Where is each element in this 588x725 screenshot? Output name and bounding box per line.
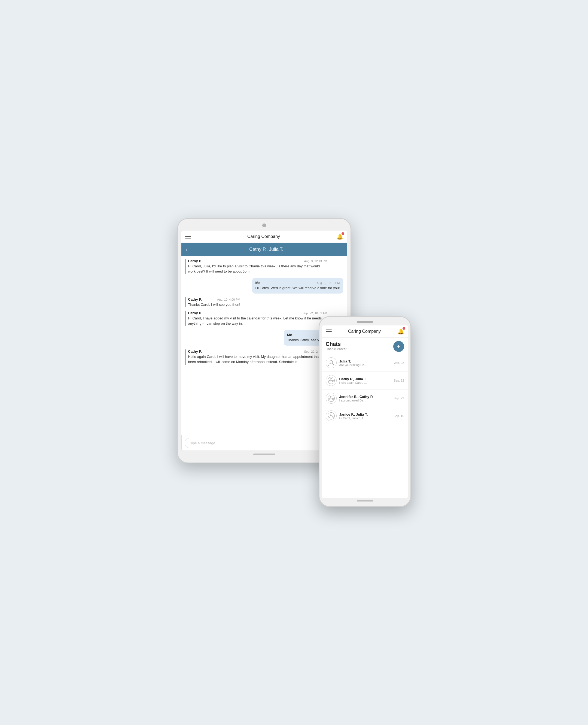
chat-info-chat2: Cathy P., Julia T.Hello again Carol. … xyxy=(339,377,391,384)
chat-list-item-chat3[interactable]: Jennifer B., Cathy P.I accompanied Da…Se… xyxy=(322,389,408,407)
msg-text: Hello again Carol. I will have to move m… xyxy=(188,354,327,365)
chat-title: Cathy P., Julia T. xyxy=(190,247,342,252)
msg-sender: Cathy P. xyxy=(188,297,202,301)
svg-point-11 xyxy=(332,398,334,400)
chat-name-chat3: Jennifer B., Cathy P. xyxy=(339,395,391,399)
chat-preview-chat1: Are you visiting Ch… xyxy=(339,363,392,367)
svg-point-10 xyxy=(329,398,330,400)
message-bubble-msg6: Cathy P.Sep. 22, 2:14 PMHello again Caro… xyxy=(185,349,327,365)
phone-screen: Caring Company 🔔 Chats Charlie Parker + xyxy=(322,325,408,498)
notification-bell-icon[interactable]: 🔔 xyxy=(336,233,343,240)
tablet-app-header: Caring Company 🔔 xyxy=(182,230,347,243)
msg-time: Aug. 3, 12:15 PM xyxy=(317,281,340,285)
message-bubble-msg2: MeAug. 3, 12:15 PMHi Cathy, Wed is great… xyxy=(252,278,343,294)
chat-preview-chat4: Hi Carol, Janice, I … xyxy=(339,417,391,420)
phone-device: Caring Company 🔔 Chats Charlie Parker + xyxy=(319,316,411,507)
menu-icon[interactable] xyxy=(185,235,191,239)
chat-preview-chat3: I accompanied Da… xyxy=(339,399,391,402)
tablet-app-title: Caring Company xyxy=(247,234,280,239)
chats-header: Chats Charlie Parker + xyxy=(322,338,408,354)
svg-point-18 xyxy=(332,416,334,418)
chat-info-chat3: Jennifer B., Cathy P.I accompanied Da… xyxy=(339,395,391,402)
msg-sender: Me xyxy=(287,333,292,337)
msg-text: Hi Carol, I have added my visit to the c… xyxy=(188,316,327,326)
msg-time: Aug. 10, 4:00 PM xyxy=(217,298,240,301)
chat-info-chat4: Janice F., Julia T.Hi Carol, Janice, I … xyxy=(339,412,391,420)
chats-section: Chats Charlie Parker + Julia T.Are you v… xyxy=(322,338,408,498)
scene: Caring Company 🔔 ‹ Cathy P., Julia T. Ca… xyxy=(177,218,411,507)
chat-date-chat1: Jan. 22 xyxy=(394,361,404,364)
notification-badge xyxy=(341,232,344,235)
msg-sender: Cathy P. xyxy=(188,311,202,315)
chats-header-left: Chats Charlie Parker xyxy=(326,341,347,351)
phone-home-bar xyxy=(357,500,373,502)
chat-avatar-chat3 xyxy=(326,393,337,404)
msg-text: Thanks Carol, I will see you then! xyxy=(188,302,240,307)
phone-notification-bell[interactable]: 🔔 xyxy=(397,328,404,335)
svg-point-2 xyxy=(330,378,332,380)
message-bubble-msg1: Cathy P.Aug. 3, 12:13 PMHi Carol, Julia,… xyxy=(185,259,327,274)
chat-list: Julia T.Are you visiting Ch…Jan. 22 Cath… xyxy=(322,354,408,425)
tablet-home-bar xyxy=(253,454,275,455)
chats-sublabel: Charlie Parker xyxy=(326,347,347,351)
chat-preview-chat2: Hello again Carol. … xyxy=(339,381,391,384)
svg-point-3 xyxy=(329,381,330,382)
svg-point-16 xyxy=(330,414,332,416)
chat-avatar-chat2 xyxy=(326,375,337,386)
chat-name-chat1: Julia T. xyxy=(339,359,392,363)
chat-list-item-chat1[interactable]: Julia T.Are you visiting Ch…Jan. 22 xyxy=(322,354,408,372)
chat-list-item-chat4[interactable]: Janice F., Julia T.Hi Carol, Janice, I …… xyxy=(322,407,408,425)
chat-date-chat2: Sep. 22 xyxy=(394,379,404,382)
phone-speaker xyxy=(357,321,373,323)
msg-text: Hi Cathy, Wed is great. We will reserve … xyxy=(255,286,340,291)
msg-time: Aug. 3, 12:13 PM xyxy=(304,260,327,263)
chat-avatar-chat4 xyxy=(326,410,337,421)
svg-point-17 xyxy=(329,416,330,418)
msg-time: Sep. 22, 10:59 AM xyxy=(302,311,327,315)
chats-label: Chats xyxy=(326,341,347,347)
chat-info-chat1: Julia T.Are you visiting Ch… xyxy=(339,359,392,367)
message-bubble-msg4: Cathy P.Sep. 22, 10:59 AMHi Carol, I hav… xyxy=(185,311,327,326)
chat-avatar-chat1 xyxy=(326,357,337,368)
chat-list-item-chat2[interactable]: Cathy P., Julia T.Hello again Carol. …Se… xyxy=(322,372,408,389)
chat-name-chat2: Cathy P., Julia T. xyxy=(339,377,391,381)
msg-sender: Cathy P. xyxy=(188,259,202,263)
chat-date-chat4: Sep. 16 xyxy=(394,414,404,418)
phone-menu-icon[interactable] xyxy=(326,329,332,333)
chat-date-chat3: Sep. 22 xyxy=(394,397,404,400)
phone-app-title: Caring Company xyxy=(348,329,381,334)
svg-point-4 xyxy=(332,381,334,382)
tablet-chat-header: ‹ Cathy P., Julia T. xyxy=(182,243,347,256)
new-chat-fab[interactable]: + xyxy=(393,341,404,352)
msg-text: Hi Carol, Julia, I'd like to plan a visi… xyxy=(188,264,327,274)
chat-name-chat4: Janice F., Julia T. xyxy=(339,412,391,417)
msg-sender: Cathy P. xyxy=(188,349,202,354)
svg-point-9 xyxy=(330,396,332,398)
phone-notification-badge xyxy=(402,327,405,330)
tablet-camera xyxy=(262,223,266,227)
msg-sender: Me xyxy=(255,281,260,285)
phone-app-header: Caring Company 🔔 xyxy=(322,325,408,338)
message-bubble-msg3: Cathy P.Aug. 10, 4:00 PMThanks Carol, I … xyxy=(185,297,240,307)
back-button[interactable]: ‹ xyxy=(186,246,188,253)
svg-point-0 xyxy=(330,361,333,363)
